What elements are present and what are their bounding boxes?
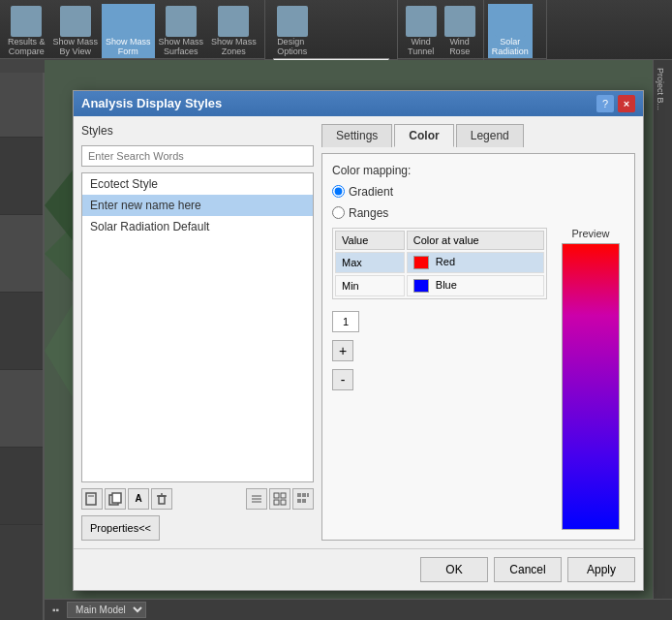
- left-panel-item-5[interactable]: [0, 370, 43, 448]
- solar-radiation-button[interactable]: SolarRadiation: [488, 4, 533, 58]
- max-color-cell[interactable]: Red: [407, 252, 544, 273]
- color-tab-content: Color mapping: Gradient Ranges: [321, 153, 635, 541]
- rename-style-button[interactable]: A: [128, 488, 149, 510]
- main-area: Project B... Analysis Display Styles ? ×: [0, 60, 672, 620]
- statusbar: ▪▪ Main Model: [45, 599, 672, 620]
- wind-tunnel-icon: [406, 6, 437, 37]
- min-color-swatch: [413, 279, 429, 293]
- large-grid-icon: [296, 492, 310, 506]
- table-row-min[interactable]: Min Blue: [335, 275, 544, 296]
- delete-icon: [155, 492, 168, 506]
- gradient-radio[interactable]: [332, 185, 345, 198]
- gradient-radio-row: Gradient: [332, 185, 625, 199]
- new-style-button[interactable]: [81, 488, 103, 510]
- solar-radiation-icon: [495, 6, 526, 37]
- dialog-left-toolbar: A: [81, 488, 314, 510]
- num-steps-input[interactable]: 1: [332, 311, 359, 332]
- design-options-label: DesignOptions: [277, 37, 307, 56]
- duplicate-style-button[interactable]: [105, 488, 126, 510]
- gradient-label: Gradient: [349, 185, 393, 199]
- status-squares: ▪▪: [52, 604, 59, 615]
- table-row-max[interactable]: Max Red: [335, 252, 544, 273]
- solar-radiation-label: SolarRadiation: [492, 37, 529, 56]
- svg-rect-7: [112, 493, 121, 503]
- dialog-help-button[interactable]: ?: [596, 95, 614, 112]
- grid-view-button[interactable]: [269, 488, 290, 510]
- duplicate-icon: [108, 492, 122, 506]
- list-view-icon: [250, 492, 263, 506]
- left-panel-item-6[interactable]: [0, 448, 43, 525]
- show-mass-by-view-icon: [60, 6, 91, 37]
- tabs-row: Settings Color Legend: [321, 124, 635, 147]
- color-area: Value Color at value Max: [332, 228, 625, 530]
- analysis-display-styles-dialog: Analysis Display Styles ? × Styles Ecote…: [73, 90, 644, 591]
- ok-button[interactable]: OK: [420, 557, 488, 582]
- tab-legend[interactable]: Legend: [456, 124, 524, 147]
- delete-style-button[interactable]: [151, 488, 172, 510]
- style-item-solar-radiation[interactable]: Solar Radiation Default: [82, 216, 313, 237]
- color-table: Value Color at value Max: [332, 228, 547, 299]
- left-panel-item-4[interactable]: [0, 293, 43, 370]
- design-options-section: DesignOptions Main Model Design Options: [265, 0, 398, 59]
- left-panel-item-2[interactable]: [0, 138, 43, 215]
- show-mass-surfaces-button[interactable]: Show MassSurfaces: [155, 4, 208, 58]
- ranges-radio[interactable]: [332, 206, 345, 219]
- show-mass-form-label: Show MassForm: [106, 37, 151, 56]
- tab-settings[interactable]: Settings: [321, 124, 392, 147]
- wind-tunnel-button[interactable]: WindTunnel: [402, 4, 441, 58]
- properties-button-row: Properties<<: [81, 515, 314, 541]
- min-value-cell: Min: [335, 275, 405, 296]
- svg-rect-21: [302, 499, 306, 503]
- max-color-name: Red: [436, 256, 455, 267]
- left-panel-item-3[interactable]: [0, 215, 43, 293]
- large-grid-view-button[interactable]: [292, 488, 314, 510]
- remove-row: -: [332, 369, 547, 390]
- svg-rect-15: [274, 500, 279, 505]
- dialog-overlay: Analysis Display Styles ? × Styles Ecote…: [45, 60, 672, 620]
- properties-button[interactable]: Properties<<: [81, 515, 160, 541]
- svg-rect-17: [297, 493, 301, 497]
- color-table-section: Value Color at value Max: [332, 228, 547, 530]
- svg-rect-13: [274, 493, 279, 498]
- left-panel: [0, 60, 45, 620]
- dlg-toolbar-left: A: [81, 488, 172, 510]
- show-mass-surfaces-label: Show MassSurfaces: [159, 37, 204, 56]
- min-color-cell[interactable]: Blue: [407, 275, 544, 296]
- rename-icon: A: [135, 493, 141, 504]
- style-item-new-name[interactable]: Enter new name here: [82, 195, 313, 216]
- svg-rect-16: [281, 500, 286, 505]
- wind-rose-button[interactable]: WindRose: [441, 4, 479, 58]
- add-remove-row: 1: [332, 311, 547, 332]
- show-mass-form-button[interactable]: Show MassForm: [102, 4, 155, 58]
- wind-rose-label: WindRose: [449, 37, 470, 56]
- dialog-close-button[interactable]: ×: [618, 95, 635, 112]
- max-color-swatch: [413, 256, 429, 269]
- list-view-button[interactable]: [246, 488, 267, 510]
- styles-section-label: Styles: [81, 124, 314, 138]
- apply-button[interactable]: Apply: [567, 557, 635, 582]
- results-compare-button[interactable]: Results &Compare: [4, 4, 49, 58]
- add-color-button[interactable]: +: [332, 340, 353, 361]
- design-options-button[interactable]: DesignOptions: [273, 4, 312, 58]
- results-compare-icon: [11, 6, 42, 37]
- show-mass-by-view-button[interactable]: Show MassBy View: [49, 4, 103, 58]
- remove-color-button[interactable]: -: [332, 369, 353, 390]
- main-toolbar: Results &Compare Show MassBy View Show M…: [0, 0, 672, 60]
- color-at-value-column-header: Color at value: [407, 231, 544, 250]
- dlg-toolbar-right: [246, 488, 314, 510]
- dialog-titlebar: Analysis Display Styles ? ×: [74, 91, 643, 116]
- show-mass-surfaces-icon: [166, 6, 197, 37]
- results-compare-label: Results &Compare: [8, 37, 46, 56]
- style-item-ecotect[interactable]: Ecotect Style: [82, 173, 313, 195]
- show-mass-zones-icon: [218, 6, 249, 37]
- svg-rect-20: [297, 499, 301, 503]
- styles-list: Ecotect Style Enter new name here Solar …: [81, 172, 314, 482]
- show-mass-by-view-label: Show MassBy View: [53, 37, 99, 56]
- tab-color[interactable]: Color: [394, 124, 453, 147]
- solar-analysis-section: SolarRadiation Solar Analysis: [484, 0, 548, 59]
- cancel-button[interactable]: Cancel: [494, 557, 562, 582]
- show-mass-zones-button[interactable]: Show MassZones: [207, 4, 260, 58]
- model-dropdown[interactable]: Main Model: [67, 602, 146, 618]
- styles-search-input[interactable]: [81, 145, 314, 167]
- preview-gradient: [562, 243, 620, 530]
